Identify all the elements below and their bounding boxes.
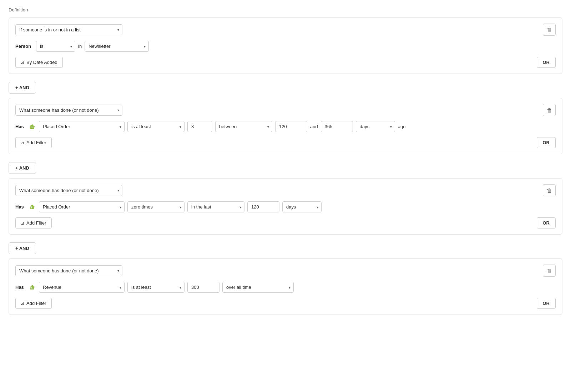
action-select-wrapper-3: Placed Order Viewed Product Clicked Emai… bbox=[39, 201, 125, 212]
time-operator-select-2[interactable]: between in the last over all time bbox=[215, 121, 272, 132]
count-input-2[interactable] bbox=[187, 121, 212, 132]
bottom-row-3: ⊿ Add Filter OR bbox=[15, 217, 556, 228]
trash-icon: 🗑 bbox=[547, 268, 552, 274]
person-label: Person bbox=[15, 44, 33, 49]
count-input-4[interactable] bbox=[187, 282, 219, 293]
by-date-added-label: By Date Added bbox=[26, 60, 57, 65]
condition-block-1: If someone is in or not in a list What s… bbox=[9, 17, 562, 74]
main-condition-select-1[interactable]: If someone is in or not in a list What s… bbox=[15, 24, 122, 35]
and-button-1[interactable]: + AND bbox=[9, 82, 36, 94]
has-row-2: Has S Placed Order Viewed Product Clicke… bbox=[15, 121, 556, 132]
bottom-row-2: ⊿ Add Filter OR bbox=[15, 137, 556, 148]
time-value-input-3[interactable] bbox=[247, 201, 279, 212]
action-select-4[interactable]: Revenue Placed Order Viewed Product bbox=[39, 282, 125, 293]
time-unit-select-wrapper-3: days weeks months ▾ bbox=[282, 201, 322, 212]
main-condition-select-wrapper-1: If someone is in or not in a list What s… bbox=[15, 24, 122, 35]
add-filter-label-3: Add Filter bbox=[26, 220, 46, 226]
count-operator-select-3[interactable]: zero times is at least is at most equals bbox=[127, 201, 185, 212]
filter-icon: ⊿ bbox=[21, 60, 24, 65]
has-label-4: Has bbox=[15, 285, 25, 290]
main-condition-select-wrapper-4: What someone has done (or not done) If s… bbox=[15, 265, 122, 276]
and-button-2[interactable]: + AND bbox=[9, 162, 36, 174]
action-select-wrapper-4: Revenue Placed Order Viewed Product ▾ bbox=[39, 282, 125, 293]
person-is-select[interactable]: is is not bbox=[36, 41, 75, 52]
time-to-input-2[interactable] bbox=[321, 121, 353, 132]
time-unit-select-3[interactable]: days weeks months bbox=[282, 201, 322, 212]
count-operator-select-4[interactable]: is at least is at most equals bbox=[127, 282, 185, 293]
page-title: Definition bbox=[9, 7, 562, 12]
time-unit-select-wrapper-2: days weeks months ▾ bbox=[356, 121, 395, 132]
delete-button-1[interactable]: 🗑 bbox=[543, 24, 556, 36]
count-operator-select-wrapper-4: is at least is at most equals ▾ bbox=[127, 282, 185, 293]
condition-block-3: What someone has done (or not done) If s… bbox=[9, 178, 562, 235]
delete-button-4[interactable]: 🗑 bbox=[543, 265, 556, 277]
list-select[interactable]: Newsletter VIP Subscribers bbox=[85, 41, 149, 52]
add-filter-button-3[interactable]: ⊿ Add Filter bbox=[15, 217, 52, 228]
add-filter-button-4[interactable]: ⊿ Add Filter bbox=[15, 298, 52, 309]
filter-icon: ⊿ bbox=[21, 301, 24, 306]
has-label-2: Has bbox=[15, 124, 25, 129]
action-select-3[interactable]: Placed Order Viewed Product Clicked Emai… bbox=[39, 201, 125, 212]
trash-icon: 🗑 bbox=[547, 187, 552, 194]
main-condition-select-wrapper-3: What someone has done (or not done) If s… bbox=[15, 185, 122, 196]
or-button-3[interactable]: OR bbox=[537, 217, 556, 228]
time-operator-select-wrapper-3: in the last between over all time ▾ bbox=[187, 201, 244, 212]
count-operator-select-2[interactable]: is at least is at most equals zero times bbox=[127, 121, 185, 132]
add-filter-label-2: Add Filter bbox=[26, 140, 46, 145]
trash-icon: 🗑 bbox=[547, 107, 552, 113]
count-operator-select-wrapper-2: is at least is at most equals zero times… bbox=[127, 121, 185, 132]
delete-button-3[interactable]: 🗑 bbox=[543, 184, 556, 196]
in-label: in bbox=[78, 44, 82, 49]
has-row-4: Has S Revenue Placed Order Viewed Produc… bbox=[15, 282, 556, 293]
or-button-1[interactable]: OR bbox=[537, 57, 556, 68]
main-condition-select-3[interactable]: What someone has done (or not done) If s… bbox=[15, 185, 122, 196]
time-operator-select-4[interactable]: over all time in the last between bbox=[222, 282, 294, 293]
shopify-icon-2: S bbox=[28, 123, 36, 131]
trash-icon: 🗑 bbox=[547, 27, 552, 33]
ago-label-2: ago bbox=[398, 124, 406, 129]
filter-icon: ⊿ bbox=[21, 140, 24, 145]
or-button-4[interactable]: OR bbox=[537, 298, 556, 309]
time-from-input-2[interactable] bbox=[275, 121, 307, 132]
condition-block-2: What someone has done (or not done) If s… bbox=[9, 98, 562, 154]
time-operator-select-wrapper-2: between in the last over all time ▾ bbox=[215, 121, 272, 132]
has-row-3: Has S Placed Order Viewed Product Clicke… bbox=[15, 201, 556, 212]
time-operator-select-3[interactable]: in the last between over all time bbox=[187, 201, 244, 212]
filter-icon: ⊿ bbox=[21, 221, 24, 226]
main-condition-select-wrapper-2: What someone has done (or not done) If s… bbox=[15, 105, 122, 116]
condition-top-row-3: What someone has done (or not done) If s… bbox=[15, 184, 556, 196]
condition-top-row-1: If someone is in or not in a list What s… bbox=[15, 24, 556, 36]
has-label-3: Has bbox=[15, 204, 25, 210]
add-filter-button-2[interactable]: ⊿ Add Filter bbox=[15, 137, 52, 148]
condition-top-row-4: What someone has done (or not done) If s… bbox=[15, 265, 556, 277]
shopify-icon-3: S bbox=[28, 203, 36, 211]
bottom-row-4: ⊿ Add Filter OR bbox=[15, 298, 556, 309]
delete-button-2[interactable]: 🗑 bbox=[543, 104, 556, 116]
time-unit-select-2[interactable]: days weeks months bbox=[356, 121, 395, 132]
svg-text:S: S bbox=[31, 286, 32, 290]
svg-text:S: S bbox=[31, 206, 32, 209]
and-button-3[interactable]: + AND bbox=[9, 242, 36, 254]
main-condition-select-4[interactable]: What someone has done (or not done) If s… bbox=[15, 265, 122, 276]
count-operator-select-wrapper-3: zero times is at least is at most equals… bbox=[127, 201, 185, 212]
action-select-wrapper-2: Placed Order Viewed Product Clicked Emai… bbox=[39, 121, 125, 132]
person-row-1: Person is is not ▾ in Newsletter VIP Sub… bbox=[15, 41, 556, 52]
by-date-added-button[interactable]: ⊿ By Date Added bbox=[15, 57, 63, 68]
person-is-select-wrapper: is is not ▾ bbox=[36, 41, 75, 52]
time-operator-select-wrapper-4: over all time in the last between ▾ bbox=[222, 282, 294, 293]
and-label-2: and bbox=[310, 124, 318, 129]
shopify-icon-4: S bbox=[28, 283, 36, 291]
action-select-2[interactable]: Placed Order Viewed Product Clicked Emai… bbox=[39, 121, 125, 132]
condition-block-4: What someone has done (or not done) If s… bbox=[9, 258, 562, 315]
main-condition-select-2[interactable]: What someone has done (or not done) If s… bbox=[15, 105, 122, 116]
bottom-row-1: ⊿ By Date Added OR bbox=[15, 57, 556, 68]
add-filter-label-4: Add Filter bbox=[26, 301, 46, 306]
svg-text:S: S bbox=[31, 125, 32, 129]
or-button-2[interactable]: OR bbox=[537, 137, 556, 148]
list-select-wrapper: Newsletter VIP Subscribers ▾ bbox=[85, 41, 149, 52]
condition-top-row-2: What someone has done (or not done) If s… bbox=[15, 104, 556, 116]
